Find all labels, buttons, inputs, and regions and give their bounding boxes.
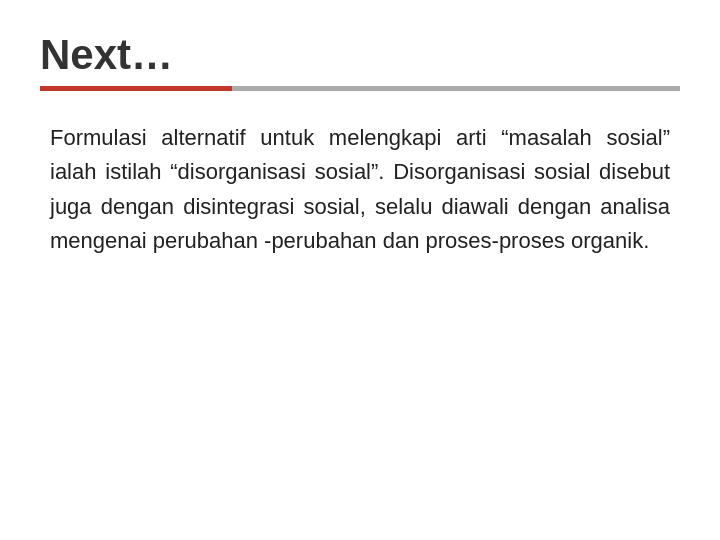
title-area: Next…: [40, 30, 680, 91]
slide-container: Next… Formulasi alternatif untuk melengk…: [0, 0, 720, 540]
slide-body: Formulasi alternatif untuk melengkapi ar…: [40, 121, 680, 257]
title-underline: [40, 86, 680, 91]
slide-title: Next…: [40, 30, 680, 80]
